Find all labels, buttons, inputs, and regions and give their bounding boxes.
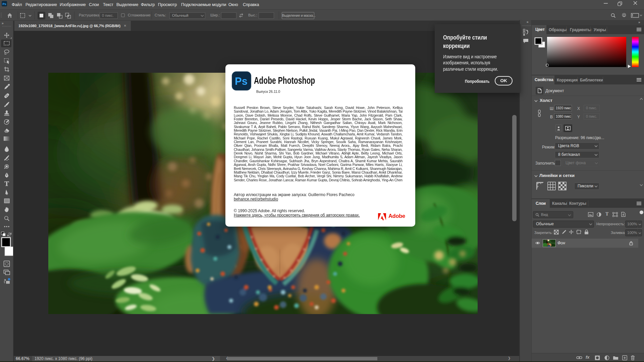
svg-text:Ps: Ps bbox=[2, 2, 6, 6]
svg-text:Ps: Ps bbox=[235, 75, 248, 87]
